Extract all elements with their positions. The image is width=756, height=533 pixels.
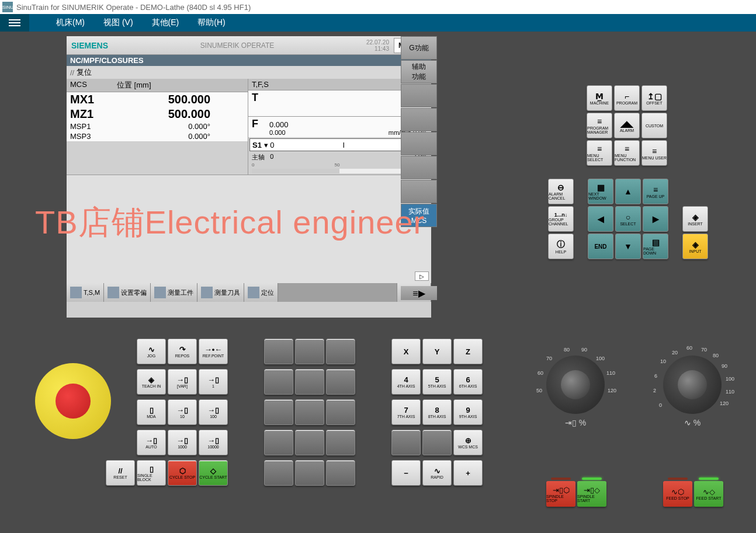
- bottom-tabs: T,S,M 设置零偏 测量工件 测量刀具 定位 切削: [67, 283, 431, 302]
- sk-3[interactable]: [401, 84, 437, 107]
- ak-z[interactable]: Z: [453, 339, 483, 364]
- sk-expand[interactable]: ≡▶: [401, 286, 437, 300]
- hk-program[interactable]: ⌐PROGRAM: [614, 85, 640, 111]
- mk-inc1[interactable]: →▯1: [199, 369, 228, 395]
- hk-menu-user[interactable]: ≡MENU USER: [641, 140, 667, 166]
- ak-wcs-mcs[interactable]: ⊕WCS MCS: [453, 430, 483, 455]
- mk-var[interactable]: →▯[VAR]: [168, 369, 197, 395]
- feed-stop-button[interactable]: ∿⬡FEED STOP: [663, 481, 692, 507]
- sk-actual-mcs[interactable]: 实际值 MCS: [401, 204, 437, 227]
- work-area: ▷: [67, 175, 431, 283]
- ak-6[interactable]: 66TH AXIS: [453, 369, 483, 395]
- sk-5[interactable]: [401, 132, 437, 155]
- menubar: 机床(M) 视图 (V) 其他(E) 帮助(H): [0, 14, 756, 32]
- titlebar: SINU SinuTrain for SINUMERIK Operate - D…: [0, 0, 756, 14]
- hotkey-grid: M̲MACHINE ⌐PROGRAM ↥▢OFFSET ≡PROGRAM MAN…: [587, 85, 667, 168]
- axis-mx1: MX1500.000: [67, 92, 248, 107]
- ak-x[interactable]: X: [391, 339, 421, 364]
- mk-refpoint[interactable]: →•←REF.POINT: [199, 339, 228, 364]
- mk-jog[interactable]: ∿JOG: [137, 339, 166, 364]
- sk-7[interactable]: [401, 180, 437, 203]
- nk-next-window[interactable]: ▦NEXT WINDOW: [588, 179, 613, 204]
- program-path: NC/MPF/CLOSURES: [67, 55, 431, 66]
- datetime: 22.07.2011:43: [366, 39, 389, 52]
- mk-teachin[interactable]: ◈TEACH IN: [137, 369, 166, 395]
- reset-status: 复位: [67, 66, 431, 79]
- sk-4[interactable]: [401, 108, 437, 131]
- menu-machine[interactable]: 机床(M): [47, 18, 94, 28]
- hk-prog-mgr[interactable]: ≡PROGRAM MANAGER: [587, 113, 612, 138]
- hk-alarm[interactable]: ◢◣ALARM: [614, 113, 640, 138]
- nk-input[interactable]: ◈INPUT: [682, 234, 708, 259]
- tab-zero[interactable]: 设置零偏: [104, 283, 151, 302]
- mk-mda[interactable]: ▯MDA: [137, 399, 166, 425]
- mk-inc100[interactable]: →▯100: [199, 399, 228, 425]
- sk-6[interactable]: [401, 156, 437, 179]
- mode-keys: ∿JOG ↷REPOS →•←REF.POINT ◈TEACH IN →▯[VA…: [137, 339, 228, 490]
- hk-menu-select[interactable]: ≡MENU SELECT: [587, 140, 612, 166]
- ak-9[interactable]: 99TH AXIS: [453, 399, 483, 425]
- spindle-stop-button[interactable]: ⇥▯⬡SPINDLE STOP: [546, 481, 575, 507]
- mk-inc1000[interactable]: →▯1000: [168, 430, 197, 455]
- feed-start-button[interactable]: ∿◇FEED START: [694, 481, 723, 507]
- mk-inc10[interactable]: →▯10: [168, 399, 197, 425]
- mk-cycle-start[interactable]: ◇CYCLE START: [199, 460, 228, 486]
- nk-page-up[interactable]: ≡PAGE UP: [643, 179, 668, 204]
- nk-down[interactable]: ▼: [615, 234, 641, 259]
- window-title: SinuTrain for SINUMERIK Operate - DEMO-L…: [16, 3, 251, 12]
- tab-measure-tool[interactable]: 测量刀具: [197, 283, 244, 302]
- mk-auto[interactable]: →▯AUTO: [137, 430, 166, 455]
- blank-keys: [264, 339, 355, 490]
- mk-reset[interactable]: //RESET: [106, 460, 135, 486]
- mk-repos[interactable]: ↷REPOS: [168, 339, 197, 364]
- hamburger-button[interactable]: [0, 14, 29, 32]
- menu-other[interactable]: 其他(E): [143, 18, 189, 28]
- ak-8[interactable]: 88TH AXIS: [422, 399, 452, 425]
- nk-help[interactable]: ⓘHELP: [548, 234, 574, 259]
- nav-grid: ⊖ALARM CANCEL ▦NEXT WINDOW ▲ ≡PAGE UP 1.…: [548, 179, 708, 261]
- tab-measure-work[interactable]: 测量工件: [151, 283, 197, 302]
- sk-aux[interactable]: 辅助 功能: [401, 60, 437, 83]
- nk-group-channel[interactable]: 1...n↓GROUP CHANNEL: [548, 206, 574, 232]
- nk-right[interactable]: ▶: [643, 206, 668, 232]
- axis-keys: X Y Z 44TH AXIS 55TH AXIS 66TH AXIS 77TH…: [391, 339, 483, 490]
- nk-left[interactable]: ◀: [588, 206, 613, 232]
- side-softkeys: G功能 辅助 功能 实际值 MCS ≡▶: [401, 36, 437, 300]
- nk-insert[interactable]: ◈INSERT: [682, 206, 708, 232]
- mk-inc10000[interactable]: →▯10000: [199, 430, 228, 455]
- sk-gfunc[interactable]: G功能: [401, 36, 437, 60]
- axis-mz1: MZ1500.000: [67, 107, 248, 121]
- feed-buttons: ∿⬡FEED STOP ∿◇FEED START: [663, 481, 723, 507]
- nk-select[interactable]: ○SELECT: [615, 206, 641, 232]
- mk-single-block[interactable]: ▯SINGLE BLOCK: [137, 460, 166, 486]
- hk-offset[interactable]: ↥▢OFFSET: [641, 85, 667, 111]
- tab-position[interactable]: 定位: [244, 283, 278, 302]
- hk-machine[interactable]: M̲MACHINE: [587, 85, 612, 111]
- menu-view[interactable]: 视图 (V): [94, 18, 143, 28]
- spindle-start-button[interactable]: ⇥▯◇SPINDLE START: [577, 481, 606, 507]
- ak-minus[interactable]: −: [391, 460, 421, 486]
- tab-tsm[interactable]: T,S,M: [67, 283, 104, 302]
- spindle-override-dial[interactable]: 50 60 70 80 90 100 110 120 ⇥▯ %: [537, 347, 613, 423]
- ak-5[interactable]: 55TH AXIS: [422, 369, 452, 395]
- ak-rapid[interactable]: ∿RAPID: [422, 460, 452, 486]
- brand: SIEMENS: [71, 41, 108, 50]
- nk-page-down[interactable]: ▤PAGE DOWN: [643, 234, 668, 259]
- axis-msp3: MSP30.000°: [67, 131, 248, 141]
- ak-y[interactable]: Y: [422, 339, 452, 364]
- hk-custom[interactable]: CUSTOM: [641, 113, 667, 138]
- menu-help[interactable]: 帮助(H): [188, 18, 234, 28]
- ak-7[interactable]: 77TH AXIS: [391, 399, 421, 425]
- hk-menu-func[interactable]: ≡MENU FUNCTION: [614, 140, 640, 166]
- nk-end[interactable]: END: [588, 234, 613, 259]
- ak-plus[interactable]: +: [453, 460, 483, 486]
- emergency-stop[interactable]: [35, 363, 111, 439]
- ak-4[interactable]: 44TH AXIS: [391, 369, 421, 395]
- mk-cycle-stop[interactable]: ⬡CYCLE STOP: [168, 460, 197, 486]
- app-icon: SINU: [2, 2, 13, 12]
- nk-up[interactable]: ▲: [615, 179, 641, 204]
- spindle-buttons: ⇥▯⬡SPINDLE STOP ⇥▯◇SPINDLE START: [546, 481, 606, 507]
- nk-alarm-cancel[interactable]: ⊖ALARM CANCEL: [548, 179, 574, 204]
- cnc-screen: SIEMENS SINUMERIK OPERATE 22.07.2011:43 …: [67, 36, 431, 318]
- feed-override-dial[interactable]: 0 2 6 10 20 60 70 80 90 100 110 120 ∿ %: [654, 347, 730, 423]
